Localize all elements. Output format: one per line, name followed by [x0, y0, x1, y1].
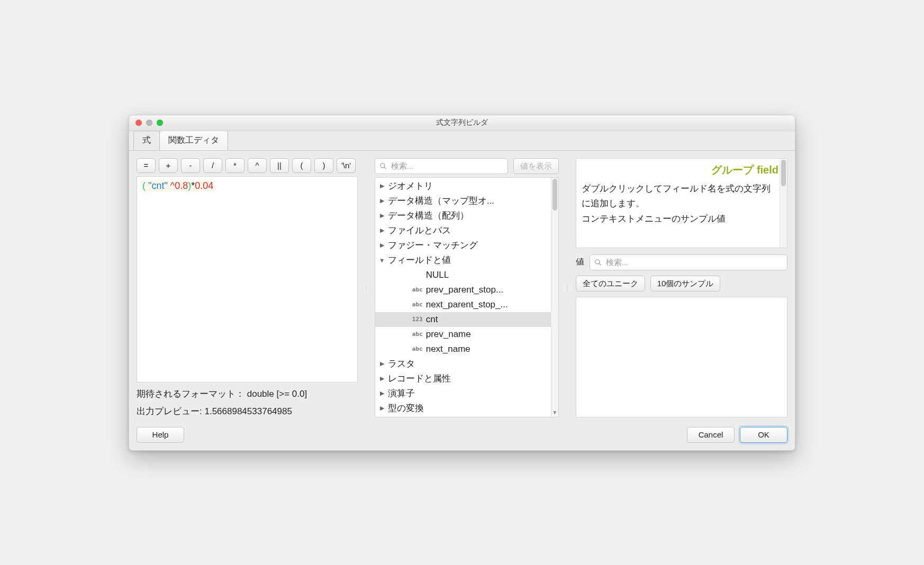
- tree-item-label: prev_name: [426, 329, 471, 340]
- values-label: 値: [576, 257, 584, 268]
- svg-point-2: [595, 259, 599, 263]
- tree-scroll-area[interactable]: ▶ジオメトリ▶データ構造（マップ型オ...▶データ構造（配列）▶ファイルとパス▶…: [375, 178, 551, 417]
- values-list[interactable]: [576, 297, 787, 417]
- operator-button[interactable]: '\n': [337, 158, 356, 173]
- operator-button[interactable]: (: [292, 158, 311, 173]
- tree-category[interactable]: ▶ジオメトリ: [375, 179, 551, 194]
- help-line: コンテキストメニューのサンプル値: [582, 212, 774, 227]
- tree-field-item[interactable]: NULL: [375, 268, 551, 282]
- tree-scrollbar[interactable]: ▲ ▼: [551, 178, 558, 417]
- tree-item-label: データ構造（マップ型オ...: [388, 195, 494, 207]
- tree-field-item[interactable]: 123cnt: [375, 312, 551, 327]
- chevron-down-icon[interactable]: ▼: [378, 257, 386, 263]
- tree-item-label: NULL: [426, 270, 449, 280]
- tab-expression[interactable]: 式: [133, 131, 160, 150]
- operator-button[interactable]: /: [203, 158, 222, 173]
- tab-bar: 式 関数工ディタ: [129, 131, 795, 150]
- values-search[interactable]: [590, 254, 787, 270]
- tree-category[interactable]: ▶型の変換: [375, 401, 551, 416]
- all-unique-button[interactable]: 全てのユニーク: [576, 276, 645, 291]
- tree-search-input[interactable]: [390, 161, 503, 171]
- help-values-panel: グループ field ダブルクリックしてフィールド名を式の文字列に追加します。 …: [576, 158, 787, 417]
- chevron-right-icon[interactable]: ▶: [378, 405, 386, 412]
- operator-button[interactable]: *: [225, 158, 244, 173]
- chevron-right-icon[interactable]: ▶: [378, 227, 386, 234]
- help-scrollbar[interactable]: [780, 159, 787, 248]
- svg-point-0: [380, 163, 384, 167]
- expected-format: 期待されるフォーマット： double [>= 0.0]: [137, 388, 358, 400]
- ok-button[interactable]: OK: [740, 427, 787, 443]
- tree-field-item[interactable]: abcprev_parent_stop...: [375, 282, 551, 297]
- help-title-prefix: グループ: [711, 164, 757, 176]
- operator-toolbar: =+-/*^||()'\n': [137, 158, 358, 173]
- expression-editor[interactable]: ( "cnt" ^0.8)*0.04: [137, 176, 358, 382]
- tree-item-label: 演算子: [388, 387, 415, 399]
- tree-item-label: ジオメトリ: [388, 180, 433, 192]
- window-title: 式文字列ビルダ: [129, 118, 795, 127]
- scrollbar-thumb[interactable]: [552, 179, 557, 211]
- field-type-badge: abc: [407, 331, 423, 338]
- show-values-button[interactable]: 値を表示: [513, 158, 559, 174]
- operator-button[interactable]: ||: [270, 158, 289, 173]
- tree-category[interactable]: ▶レコードと属性: [375, 371, 551, 386]
- field-type-badge: abc: [407, 345, 423, 352]
- titlebar[interactable]: 式文字列ビルダ: [129, 115, 795, 131]
- chevron-right-icon[interactable]: ▶: [378, 183, 386, 189]
- main-content: =+-/*^||()'\n' ( "cnt" ^0.8)*0.04 期待されるフ…: [129, 150, 795, 423]
- chevron-right-icon[interactable]: ▶: [378, 375, 386, 382]
- expression-panel: =+-/*^||()'\n' ( "cnt" ^0.8)*0.04 期待されるフ…: [137, 158, 358, 417]
- svg-line-3: [599, 263, 601, 265]
- search-icon: [594, 259, 602, 266]
- tree-field-item[interactable]: abcnext_parent_stop_...: [375, 297, 551, 312]
- operator-button[interactable]: +: [159, 158, 178, 173]
- splitter[interactable]: ⋮⋮⋮: [365, 158, 367, 417]
- tree-category[interactable]: ▶ファイルとパス: [375, 223, 551, 238]
- operator-button[interactable]: -: [181, 158, 200, 173]
- operator-button[interactable]: =: [137, 158, 156, 173]
- tree-item-label: フィールドと値: [388, 254, 451, 266]
- tree-category[interactable]: ▼フィールドと値: [375, 253, 551, 268]
- tree-category[interactable]: ▶演算子: [375, 386, 551, 401]
- chevron-right-icon[interactable]: ▶: [378, 390, 386, 397]
- expr-token: "cnt": [146, 180, 170, 191]
- chevron-right-icon[interactable]: ▶: [378, 212, 386, 219]
- tree-item-label: データ構造（配列）: [388, 209, 469, 222]
- expression-builder-window: 式文字列ビルダ 式 関数工ディタ =+-/*^||()'\n' ( "cnt" …: [129, 115, 795, 451]
- tree-item-label: 型の変換: [388, 402, 424, 414]
- tree-field-item[interactable]: abcnext_name: [375, 342, 551, 357]
- expr-token: ^: [170, 180, 175, 191]
- operator-button[interactable]: ^: [248, 158, 267, 173]
- operator-button[interactable]: ): [314, 158, 333, 173]
- tree-category[interactable]: ▶ラスタ: [375, 357, 551, 371]
- values-search-input[interactable]: [605, 257, 783, 267]
- tree-category[interactable]: ▶データ構造（配列）: [375, 208, 551, 223]
- tree-search[interactable]: [375, 158, 508, 174]
- chevron-right-icon[interactable]: ▶: [378, 242, 386, 249]
- tree-item-label: next_name: [426, 344, 470, 354]
- cancel-button[interactable]: Cancel: [687, 427, 735, 443]
- scroll-down-icon[interactable]: ▼: [551, 409, 558, 417]
- function-tree-panel: 値を表示 ▶ジオメトリ▶データ構造（マップ型オ...▶データ構造（配列）▶ファイ…: [375, 158, 559, 417]
- function-tree: ▶ジオメトリ▶データ構造（マップ型オ...▶データ構造（配列）▶ファイルとパス▶…: [375, 177, 559, 417]
- expected-format-value: double [>= 0.0]: [247, 389, 307, 399]
- tree-category[interactable]: ▶ファジー・マッチング: [375, 238, 551, 253]
- help-title: グループ field: [582, 163, 782, 177]
- output-preview: 出力プレビュー: 1.5668984533764985: [137, 405, 358, 417]
- help-panel: グループ field ダブルクリックしてフィールド名を式の文字列に追加します。 …: [576, 158, 787, 248]
- output-preview-value: 1.5668984533764985: [204, 406, 292, 416]
- ten-samples-button[interactable]: 10個のサンプル: [650, 276, 721, 291]
- expected-format-label: 期待されるフォーマット：: [137, 389, 244, 399]
- tab-function-editor[interactable]: 関数工ディタ: [159, 131, 228, 150]
- scrollbar-thumb[interactable]: [781, 160, 786, 186]
- svg-line-1: [384, 167, 386, 169]
- tree-field-item[interactable]: abcprev_name: [375, 327, 551, 342]
- tree-category[interactable]: ▶データ構造（マップ型オ...: [375, 194, 551, 208]
- help-line: ダブルクリックしてフィールド名を式の文字列に追加します。: [582, 181, 774, 212]
- help-button[interactable]: Help: [137, 427, 184, 443]
- splitter[interactable]: ⋮⋮⋮: [566, 158, 568, 417]
- chevron-right-icon[interactable]: ▶: [378, 197, 386, 204]
- chevron-right-icon[interactable]: ▶: [378, 360, 386, 367]
- expr-token: 0.8: [175, 180, 188, 191]
- field-type-badge: abc: [407, 286, 423, 293]
- help-title-accent: field: [757, 164, 778, 176]
